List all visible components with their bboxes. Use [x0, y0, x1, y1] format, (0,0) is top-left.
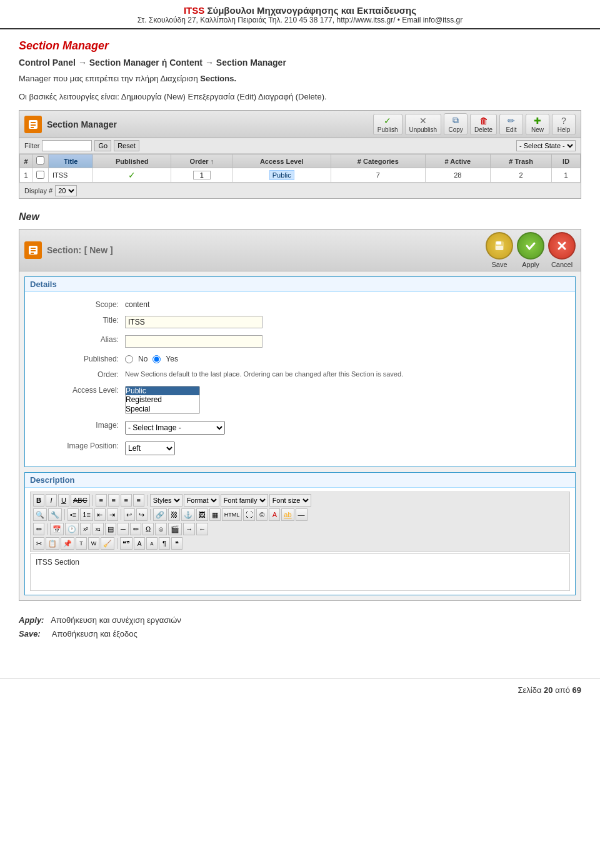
edit-css-button[interactable]: ✏ [33, 523, 44, 535]
arrow-r-button[interactable]: → [183, 523, 195, 535]
font-small-button[interactable]: A [146, 537, 158, 550]
align-left-button[interactable]: ≡ [96, 494, 107, 507]
special-char-button[interactable]: © [256, 508, 268, 521]
horizontal-line-button[interactable]: ─ [118, 523, 129, 535]
insert-time-button[interactable]: 🕐 [65, 523, 79, 535]
cancel-button[interactable]: Cancel [548, 232, 576, 268]
help-icon: ? [561, 116, 566, 126]
published-yes-radio[interactable] [152, 355, 161, 363]
arrow-l-button[interactable]: ← [196, 523, 208, 535]
quote-button[interactable]: ❝❞ [120, 537, 132, 550]
edit-icon: ✏ [508, 116, 515, 126]
list-bullet-button[interactable]: •≡ [68, 508, 79, 521]
media-button[interactable]: 🎬 [168, 523, 182, 535]
html-button[interactable]: HTML [222, 508, 242, 521]
image-pos-select[interactable]: Left [125, 442, 175, 455]
col-order[interactable]: Order ↑ [171, 154, 232, 168]
underline-button[interactable]: U [58, 494, 69, 507]
paste-button[interactable]: 📌 [61, 537, 74, 550]
row-title[interactable]: ITSS [49, 168, 93, 183]
format-select[interactable]: Format [184, 494, 219, 507]
smiley-button[interactable]: ☺ [155, 523, 167, 535]
redo-button[interactable]: ↪ [136, 508, 148, 521]
delete-button[interactable]: 🗑 Delete [470, 114, 497, 135]
filter-reset-button[interactable]: Reset [114, 140, 139, 151]
paste-text-button[interactable]: T [76, 537, 87, 550]
sub-button[interactable]: x₂ [92, 523, 104, 535]
anchor-button[interactable]: ⚓ [181, 508, 195, 521]
col-published[interactable]: Published [93, 154, 171, 168]
access-listbox[interactable]: Public Registered Special [125, 386, 200, 414]
alias-value[interactable] [125, 333, 562, 348]
select-all-checkbox[interactable] [36, 156, 44, 164]
styles-select[interactable]: Styles [150, 494, 182, 507]
image-button[interactable]: 🖼 [196, 508, 208, 521]
editor-area[interactable]: ITSS Section [30, 553, 570, 591]
italic-button[interactable]: I [46, 494, 57, 507]
unpublish-button[interactable]: ✕ Unpublish [405, 114, 441, 135]
copy2-button[interactable]: 📋 [46, 537, 59, 550]
quote2-button[interactable]: ❝ [171, 537, 182, 550]
indent-button[interactable]: ⇥ [107, 508, 118, 521]
font-size-select[interactable]: Font size [269, 494, 311, 507]
publish-button[interactable]: ✓ Publish [373, 114, 402, 135]
font-color-button[interactable]: A [269, 508, 280, 521]
alias-input[interactable] [125, 335, 262, 348]
access-value[interactable]: Public Registered Special [125, 384, 562, 414]
edit-label: Edit [506, 126, 516, 133]
row-check[interactable] [32, 168, 49, 183]
font-family-select[interactable]: Font family [221, 494, 268, 507]
title-value[interactable] [125, 314, 562, 328]
sup-button[interactable]: x² [80, 523, 91, 535]
order-input[interactable] [193, 171, 211, 179]
omega-button[interactable]: Ω [142, 523, 154, 535]
image-pos-value[interactable]: Left [125, 440, 562, 455]
align-center-button[interactable]: ≡ [108, 494, 119, 507]
apply-button[interactable]: Apply [517, 232, 544, 268]
new-button[interactable]: ✚ New [526, 114, 549, 135]
find-replace-button[interactable]: 🔧 [48, 508, 62, 521]
table-header-row: # Title Published Order ↑ Access Level #… [20, 154, 581, 168]
edit-button[interactable]: ✏ Edit [499, 114, 523, 135]
editor-toolbar: B I U ABC ≡ ≡ ≡ ≡ Styles [30, 492, 570, 552]
toolbar-divider-4 [121, 509, 121, 520]
align-justify-button[interactable]: ≡ [133, 494, 144, 507]
table2-button[interactable]: ▤ [105, 523, 116, 535]
image-value[interactable]: - Select Image - [125, 419, 562, 435]
outdent-button[interactable]: ⇤ [94, 508, 106, 521]
editor-content: ITSS Section [36, 558, 79, 567]
paste-word-button[interactable]: W [88, 537, 99, 550]
align-right-button[interactable]: ≡ [121, 494, 132, 507]
image-select[interactable]: - Select Image - [125, 421, 225, 435]
row-order[interactable] [171, 168, 232, 183]
list-number-button[interactable]: 1≡ [80, 508, 93, 521]
paragraph-button[interactable]: ¶ [159, 537, 170, 550]
save-button[interactable]: Save [486, 232, 513, 268]
highlight-button[interactable]: ab [281, 508, 294, 521]
hr-button[interactable]: — [296, 508, 308, 521]
draw-button[interactable]: ✏ [130, 523, 141, 535]
filter-input[interactable] [42, 140, 92, 151]
col-title[interactable]: Title [49, 154, 93, 168]
link-button[interactable]: 🔗 [153, 508, 167, 521]
state-select[interactable]: - Select State - [516, 140, 576, 151]
unlink-button[interactable]: ⛓ [168, 508, 180, 521]
find-button[interactable]: 🔍 [33, 508, 47, 521]
title-input[interactable] [125, 316, 262, 328]
cleanup-button[interactable]: 🧹 [101, 537, 114, 550]
bold-button[interactable]: B [33, 494, 44, 507]
filter-go-button[interactable]: Go [94, 140, 111, 151]
display-select[interactable]: 20 [55, 185, 77, 196]
row-checkbox[interactable] [36, 171, 44, 179]
undo-button[interactable]: ↩ [124, 508, 135, 521]
table-button[interactable]: ▦ [209, 508, 221, 521]
font-a-button[interactable]: A [134, 537, 145, 550]
fullscreen-button[interactable]: ⛶ [243, 508, 255, 521]
cut-button[interactable]: ✂ [33, 537, 44, 550]
strikethrough-button[interactable]: ABC [71, 494, 90, 507]
published-no-radio[interactable] [125, 355, 133, 363]
copy-button[interactable]: ⧉ Copy [444, 113, 468, 135]
insert-date-button[interactable]: 📅 [50, 523, 64, 535]
help-button[interactable]: ? Help [552, 114, 576, 135]
state-select-wrapper[interactable]: - Select State - [516, 140, 576, 151]
